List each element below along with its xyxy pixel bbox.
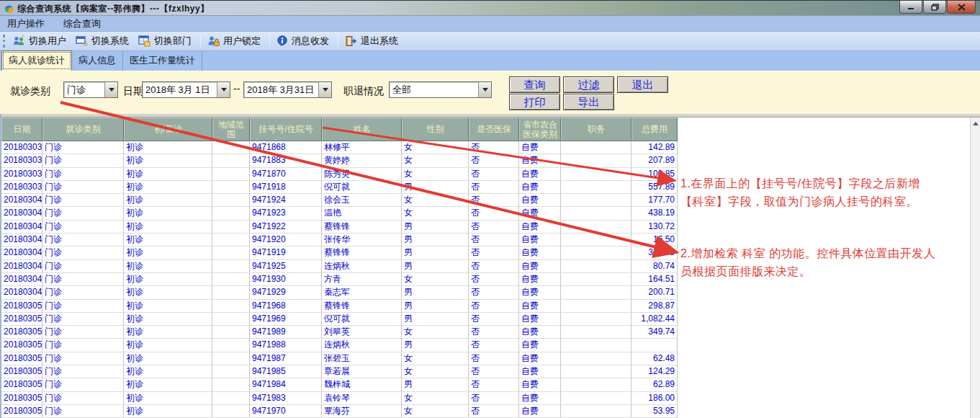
table-cell: 男 [402, 234, 469, 246]
menu-bar: 用户操作综合查询 [0, 16, 980, 32]
table-row[interactable]: 20180305门诊初诊9471984魏梓城男否自费62.89 [1, 378, 678, 391]
table-row[interactable]: 20180305门诊初诊9471989刘翠英女否自费349.74 [1, 326, 678, 339]
toolbar-grip[interactable] [3, 35, 5, 48]
chevron-down-icon[interactable] [217, 82, 230, 97]
close-button[interactable] [947, 1, 976, 14]
date-from-picker[interactable]: 2018年 3月 1日 [142, 81, 230, 98]
table-cell: 女 [402, 154, 469, 167]
table-cell [561, 313, 631, 326]
table-cell: 9471988 [250, 339, 322, 352]
table-cell: 否 [469, 141, 519, 154]
table-cell [561, 207, 631, 220]
scroll-up-icon[interactable] [971, 120, 980, 129]
table-header-cell[interactable]: 总费用 [631, 117, 678, 141]
table-cell: 20180304 [1, 194, 42, 207]
table-cell: 男 [402, 313, 469, 326]
table-cell: 章若晨 [322, 365, 402, 378]
table-header-cell[interactable]: 姓名 [322, 117, 402, 141]
table-cell [212, 313, 250, 326]
table-cell [212, 181, 250, 194]
query-button[interactable]: 查询 [509, 76, 560, 93]
table-cell [212, 154, 250, 167]
table-cell: 否 [469, 326, 519, 339]
table-cell [561, 221, 631, 234]
table-header-cell[interactable]: 挂号号/住院号 [250, 117, 322, 141]
tab-patient-visit-stats[interactable]: 病人就诊统计 [1, 50, 72, 71]
table-row[interactable]: 20180304门诊初诊9471930方青女否自费164.51 [1, 273, 678, 286]
table-row[interactable]: 20180303门诊初诊9471918倪可就男否自费557.89 [1, 181, 678, 194]
table-cell: 女 [402, 405, 469, 418]
exit-button[interactable]: 退出 [617, 76, 668, 93]
table-cell: 陈秀英 [322, 168, 402, 181]
table-row[interactable]: 20180303门诊初诊9471883黄婷婷女否自费207.89 [1, 154, 678, 167]
switch-dept-button[interactable]: 切换部门 [135, 32, 197, 50]
table-cell: 177.70 [631, 194, 678, 207]
restore-button[interactable] [923, 1, 946, 14]
table-row[interactable]: 20180304门诊初诊9471919蔡锋锋男否自费344.78 [1, 246, 678, 259]
table-header-cell[interactable]: 是否医保 [469, 117, 519, 141]
table-header-cell[interactable]: 就诊类别 [42, 117, 124, 141]
menu-item[interactable]: 用户操作 [6, 16, 52, 32]
print-button[interactable]: 打印 [509, 94, 560, 110]
minimize-button[interactable] [899, 1, 922, 14]
table-header-cell[interactable]: 职务 [561, 117, 631, 141]
switch-system-button[interactable]: 切换系统 [72, 32, 135, 50]
table-cell: 9471929 [250, 286, 322, 299]
table-cell [212, 286, 250, 299]
table-cell: 142.89 [631, 141, 678, 154]
table-row[interactable]: 20180305门诊初诊9471988连炳秋男否自费 [1, 339, 678, 352]
table-row[interactable]: 20180304门诊初诊9471924徐会玉女否自费177.70 [1, 194, 678, 207]
tab-patient-info[interactable]: 病人信息 [72, 51, 123, 71]
menu-item[interactable]: 综合查询 [62, 16, 108, 32]
table-cell: 门诊 [42, 207, 124, 220]
table-row[interactable]: 20180305门诊初诊9471969倪可就男否自费1,082.44 [1, 313, 678, 326]
table-cell: 男 [402, 378, 469, 391]
table-cell: 否 [469, 392, 519, 405]
table-row[interactable]: 20180303门诊初诊9471870陈秀英女否自费108.85 [1, 168, 678, 181]
table-cell: 初诊 [124, 141, 212, 154]
table-cell: 女 [402, 207, 469, 220]
table-cell [561, 273, 631, 286]
table-row[interactable]: 20180304门诊初诊9471929秦志军男否自费200.71 [1, 286, 678, 299]
table-cell [212, 300, 250, 313]
user-lock-button[interactable]: 用户锁定 [204, 32, 266, 50]
table-cell: 初诊 [124, 339, 212, 352]
switch-user-button[interactable]: 切换用户 [9, 32, 72, 50]
table-cell: 20180304 [1, 273, 42, 286]
message-icon [277, 35, 288, 47]
table-row[interactable]: 20180305门诊初诊9471968蔡锋锋男否自费298.87 [1, 300, 678, 313]
table-row[interactable]: 20180304门诊初诊9471923温艳女否自费438.19 [1, 207, 678, 220]
chevron-down-icon[interactable] [318, 82, 331, 97]
tab-doctor-workload-stats[interactable]: 医生工作量统计 [123, 51, 202, 71]
table-row[interactable]: 20180305门诊初诊9471985章若晨女否自费124.29 [1, 365, 678, 378]
chevron-down-icon[interactable] [478, 82, 491, 97]
table-header-cell[interactable]: 地域范围 [212, 117, 250, 141]
table-cell: 张传华 [322, 234, 402, 246]
table-row[interactable]: 20180304门诊初诊9471922蔡锋锋男否自费130.72 [1, 221, 678, 234]
table-row[interactable]: 20180305门诊初诊9471970覃海芬女否自费53.95 [1, 405, 678, 418]
table-header-cell[interactable]: 省市农合医保类别 [519, 117, 561, 141]
table-header-cell[interactable]: 日期 [1, 117, 42, 141]
table-cell [212, 326, 250, 339]
table-header-cell[interactable]: 初/复诊 [124, 117, 212, 141]
table-row[interactable]: 20180303门诊初诊9471868林修平女否自费142.89 [1, 141, 678, 154]
exit-system-button[interactable]: 退出系统 [341, 32, 404, 50]
table-cell [561, 405, 631, 418]
table-row[interactable]: 20180305门诊初诊9471987张碧玉女否自费62.48 [1, 352, 678, 365]
table-row[interactable]: 20180305门诊初诊9471983袁铃琴女否自费186.00 [1, 392, 678, 405]
table-row[interactable]: 20180304门诊初诊9471925连炳秋男否自费80.74 [1, 260, 678, 273]
table-header-cell[interactable]: 性别 [402, 117, 469, 141]
visit-type-select[interactable]: 门诊 [63, 81, 118, 98]
table-row[interactable]: 20180304门诊初诊9471920张传华男否自费16.50 [1, 234, 678, 246]
tab-bar: 病人就诊统计病人信息医生工作量统计 [0, 51, 980, 71]
table-cell: 门诊 [42, 273, 124, 286]
filter-button[interactable]: 过滤 [563, 76, 614, 93]
table-cell: 门诊 [42, 392, 124, 405]
message-button[interactable]: 消息收发 [273, 32, 335, 50]
retire-status-select[interactable]: 全部 [389, 81, 492, 98]
toolbar-separator [338, 35, 338, 48]
date-to-picker[interactable]: 2018年 3月31日 [243, 81, 332, 98]
table-cell: 1,082.44 [631, 313, 678, 326]
export-button[interactable]: 导出 [563, 94, 614, 110]
chevron-down-icon[interactable] [104, 82, 117, 97]
